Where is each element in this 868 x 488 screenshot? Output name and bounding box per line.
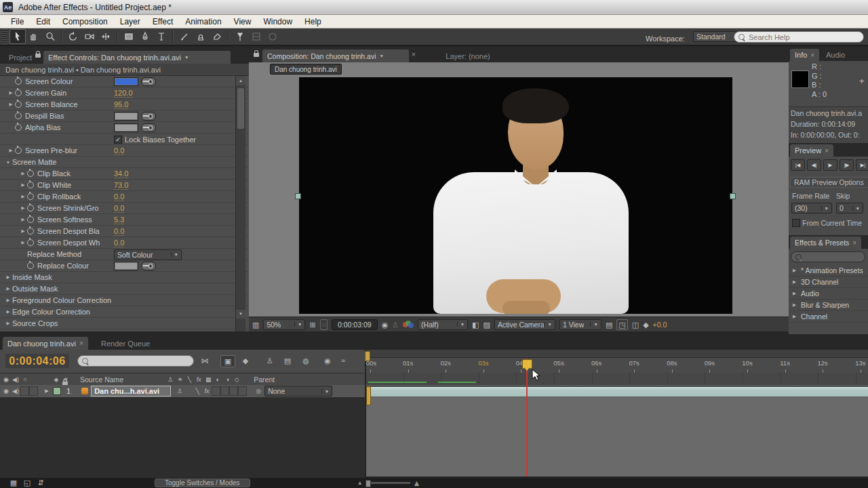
- effect-row-screen-despot-wh[interactable]: ▶Screen Despot Wh0.0: [0, 237, 249, 249]
- effect-row-clip-white[interactable]: ▶Clip White73.0: [0, 180, 249, 191]
- selection-tool-icon[interactable]: [9, 29, 26, 44]
- color-swatch[interactable]: [114, 262, 138, 270]
- effect-row-screen-despot-bla[interactable]: ▶Screen Despot Bla0.0: [0, 226, 249, 237]
- tab-timeline-comp[interactable]: Dan chuong trinh.avi ×: [3, 337, 88, 350]
- parent-pickwhip-icon[interactable]: ◎: [254, 388, 263, 394]
- effect-row-replace-colour[interactable]: Replace Colour: [0, 260, 249, 272]
- effect-row-edge-colour-correction[interactable]: ▶Edge Colour Correction: [0, 306, 249, 318]
- eyedropper-slider-icon[interactable]: [141, 123, 156, 132]
- stopwatch-icon[interactable]: [27, 262, 34, 269]
- motion-blur-switch-icon[interactable]: ◐: [213, 376, 222, 383]
- layer-track-row[interactable]: [366, 385, 868, 397]
- effects-search[interactable]: [791, 251, 865, 262]
- comp-flowchart-icon[interactable]: ◳: [616, 319, 627, 330]
- lock-icon[interactable]: [254, 53, 259, 57]
- zoom-tool-icon[interactable]: [42, 29, 58, 44]
- effect-row-foreground-colour-correction[interactable]: ▶Foreground Colour Correction: [0, 295, 249, 306]
- previous-frame-button[interactable]: ◀|: [807, 159, 821, 171]
- marker-bin[interactable]: [366, 350, 868, 358]
- show-channel-icon[interactable]: [403, 321, 414, 329]
- quality-switch-icon[interactable]: ╲: [184, 376, 194, 383]
- rotation-tool-icon[interactable]: [65, 29, 81, 44]
- checkbox[interactable]: ✓: [114, 136, 122, 144]
- play-button[interactable]: ▶: [823, 159, 837, 171]
- eyedropper-slider-icon[interactable]: [141, 262, 156, 270]
- timeline-search[interactable]: [77, 355, 194, 367]
- collapse-switch-icon[interactable]: ☀: [175, 376, 184, 383]
- expand-transfer-icon[interactable]: ◱: [20, 479, 34, 487]
- first-frame-button[interactable]: |◀: [791, 159, 805, 171]
- effect-row-screen-pre-blur[interactable]: ▶Screen Pre-blur0.0: [0, 145, 249, 157]
- region-of-interest-icon[interactable]: ◌: [320, 319, 328, 330]
- layer-shy-icon[interactable]: ♙: [175, 388, 184, 394]
- stopwatch-icon[interactable]: [27, 216, 34, 223]
- selection-handle-right[interactable]: [730, 193, 736, 199]
- stopwatch-icon[interactable]: [27, 193, 34, 200]
- tab-render-queue[interactable]: Render Queue: [96, 337, 155, 350]
- tab-preview[interactable]: Preview ×: [790, 144, 833, 157]
- tab-effects-presets[interactable]: Effects & Presets ×: [790, 237, 861, 249]
- auto-keyframe-icon[interactable]: ◉: [321, 357, 334, 365]
- view-layout-dropdown[interactable]: 1 View ▼: [559, 319, 601, 330]
- menu-view[interactable]: View: [229, 16, 257, 28]
- menu-file[interactable]: File: [5, 16, 29, 28]
- resolution-dropdown[interactable]: (Half) ▼: [418, 319, 468, 330]
- from-current-time-checkbox[interactable]: [792, 219, 800, 227]
- expander-icon[interactable]: ▶: [19, 217, 27, 222]
- effect-row-clip-black[interactable]: ▶Clip Black34.0: [0, 168, 249, 180]
- tab-project[interactable]: Project: [4, 51, 37, 64]
- scrollbar-thumb[interactable]: [237, 88, 244, 129]
- layer-name[interactable]: Dan chu...h.avi.avi: [91, 386, 171, 396]
- effect-row-screen-gain[interactable]: ▶Screen Gain120.0: [0, 87, 249, 99]
- chevron-down-icon[interactable]: ▼: [380, 54, 384, 58]
- timeline-search-input[interactable]: [91, 357, 189, 366]
- expander-icon[interactable]: ▶: [791, 268, 797, 273]
- menu-help[interactable]: Help: [299, 16, 327, 28]
- timeline-ruler[interactable]: :00s01s02s03s04s05s06s07s08s09s10s11s12s…: [366, 350, 868, 373]
- hand-tool-icon[interactable]: [26, 29, 42, 44]
- color-swatch[interactable]: [114, 112, 138, 121]
- close-icon[interactable]: ×: [810, 52, 814, 59]
- effect-row-outside-mask[interactable]: ▶Outside Mask: [0, 283, 249, 295]
- track-empty-area[interactable]: [366, 397, 868, 476]
- motion-blur-icon[interactable]: ◍: [299, 357, 313, 365]
- stopwatch-icon[interactable]: [15, 124, 22, 131]
- replace-method-dropdown[interactable]: Soft Colour▼: [114, 249, 182, 260]
- stopwatch-icon[interactable]: [15, 113, 22, 119]
- menu-animation[interactable]: Animation: [180, 16, 226, 28]
- expander-icon[interactable]: ▶: [19, 228, 27, 234]
- frame-blend-switch-icon[interactable]: ▦: [203, 376, 213, 383]
- expand-inout-icon[interactable]: ⇵: [34, 479, 47, 487]
- snapshot-camera-icon[interactable]: ◉: [382, 320, 389, 329]
- camera-dropdown[interactable]: Active Camera ▼: [494, 319, 555, 330]
- layer-duration-bar[interactable]: [366, 386, 868, 396]
- effects-search-input[interactable]: [804, 253, 861, 262]
- stopwatch-icon[interactable]: [27, 170, 34, 177]
- layer-label-swatch[interactable]: [53, 387, 61, 395]
- effect-row-screen-colour[interactable]: Screen Colour: [0, 76, 249, 87]
- layer-row[interactable]: ◉ ◀) ▶ 1 Dan chu...h.avi.avi ♙ ╲ fx ◎ No…: [0, 385, 365, 398]
- work-area-left-bracket[interactable]: [366, 386, 371, 405]
- property-value[interactable]: 120.0: [114, 89, 133, 98]
- viewer-timecode[interactable]: 0:00:03:09: [332, 319, 378, 330]
- source-name-header[interactable]: Source Name: [80, 375, 123, 384]
- expander-icon[interactable]: ▶: [791, 291, 797, 296]
- expander-icon[interactable]: ▶: [19, 194, 27, 199]
- property-value[interactable]: 0.0: [114, 192, 124, 201]
- effects-group-blur-sharpen[interactable]: ▶Blur & Sharpen: [789, 300, 868, 311]
- close-icon[interactable]: ×: [852, 239, 856, 247]
- label-column-icon[interactable]: ◈: [52, 376, 61, 383]
- stopwatch-icon[interactable]: [15, 78, 22, 85]
- expander-icon[interactable]: ▶: [4, 309, 12, 314]
- expander-icon[interactable]: ▶: [19, 182, 27, 188]
- stopwatch-icon[interactable]: [27, 182, 34, 188]
- menu-window[interactable]: Window: [258, 16, 298, 28]
- effect-row-despill-bias[interactable]: Despill Bias: [0, 110, 249, 122]
- parent-header[interactable]: Parent: [254, 375, 275, 384]
- draft-3d-icon[interactable]: ◆: [239, 357, 252, 365]
- audio-column-icon[interactable]: ◀): [11, 376, 20, 383]
- timeline-timecode[interactable]: 0:00:04:06: [9, 355, 65, 367]
- puppet-pin-tool-icon[interactable]: [232, 29, 248, 44]
- timeline-zoom-slider[interactable]: [366, 482, 410, 484]
- tab-layer[interactable]: Layer: (none): [424, 49, 512, 62]
